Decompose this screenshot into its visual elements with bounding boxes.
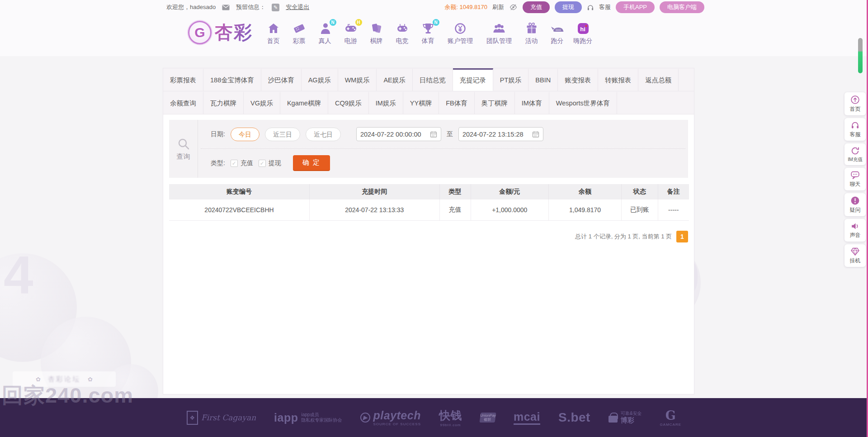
logo-mcai: mcai [514, 410, 540, 425]
nav-team[interactable]: 团队管理 [480, 21, 519, 45]
logo-sub: 银联 [484, 418, 491, 422]
brand-logo[interactable]: G 杏彩 [188, 20, 253, 45]
topbar-actions: 余额: 1049.8170 刷新 充值 提现 客服 手机APP 电脑客户端 [444, 0, 704, 14]
tab-daily-summary[interactable]: 日结总览 [413, 68, 453, 91]
esports-gamepad-icon [396, 21, 409, 35]
mobile-app-button[interactable]: 手机APP [616, 1, 655, 13]
tab-wm[interactable]: WM娱乐 [338, 68, 377, 91]
scrollbar-thumb[interactable] [858, 38, 863, 73]
headset-icon [587, 4, 594, 11]
tab-188-sport[interactable]: 188金宝博体育 [203, 68, 261, 91]
nav-hi-paofen[interactable]: hi 嗨跑分 [570, 21, 596, 45]
nav-paofen[interactable]: 跑分 [544, 21, 570, 45]
checkbox-icon: ✓ [259, 160, 266, 167]
nav-label: 团队管理 [486, 37, 512, 45]
tab-wali-chess[interactable]: 瓦力棋牌 [203, 91, 244, 114]
team-icon [492, 21, 506, 35]
service-link[interactable]: 客服 [599, 3, 611, 11]
new-badge: N [330, 19, 336, 26]
range-7days-button[interactable]: 近七日 [306, 128, 341, 141]
deposit-button[interactable]: 充值 [523, 1, 550, 13]
tab-ae[interactable]: AE娱乐 [377, 68, 412, 91]
to-label: 至 [447, 130, 453, 138]
nav-label: 首页 [267, 37, 280, 45]
logout-link[interactable]: 安全退出 [286, 3, 309, 11]
tab-fb-sport[interactable]: FB体育 [439, 91, 475, 114]
nav-label: 电竞 [396, 37, 409, 45]
date-label: 日期: [211, 130, 225, 138]
nav-live[interactable]: N 真人 [312, 21, 338, 45]
search-icon [177, 137, 190, 151]
tab-wesports[interactable]: Wesports世界体育 [549, 91, 617, 114]
nav-lottery[interactable]: 彩票 [286, 21, 312, 45]
tab-im-games[interactable]: IM娱乐 [369, 91, 403, 114]
nav-label: 账户管理 [448, 37, 473, 45]
tab-vg[interactable]: VG娱乐 [244, 91, 280, 114]
tab-lottery-report[interactable]: 彩票报表 [163, 68, 203, 91]
date-to-input[interactable]: 2024-07-22 13:15:28 [458, 127, 543, 141]
tab-shaba-sport[interactable]: 沙巴体育 [261, 68, 302, 91]
tab-bbin[interactable]: BBIN [528, 68, 558, 91]
range-today-button[interactable]: 今日 [231, 128, 259, 141]
col-time: 充提时间 [310, 184, 440, 200]
nav-sports[interactable]: N 体育 [415, 21, 441, 45]
eye-slash-icon[interactable] [509, 4, 518, 11]
col-account-change-id: 账变编号 [169, 184, 310, 200]
float-chat[interactable]: 聊天 [844, 168, 866, 190]
nav-egames[interactable]: H 电游 [338, 21, 363, 45]
tab-pt[interactable]: PT娱乐 [493, 68, 529, 91]
float-home[interactable]: 首页 [844, 92, 866, 115]
nav-home[interactable]: 首页 [260, 21, 286, 45]
tabs-filler [617, 91, 694, 114]
float-question[interactable]: 疑问 [844, 193, 866, 216]
float-service[interactable]: 客服 [844, 118, 866, 141]
logo-sbet: S.bet [558, 410, 590, 425]
nav-label: 彩票 [293, 37, 306, 45]
tab-yy-chess[interactable]: YY棋牌 [403, 91, 439, 114]
live-person-icon: N [318, 21, 332, 35]
decor-digit: 4 [4, 244, 33, 306]
nav-promos[interactable]: 活动 [519, 21, 544, 45]
withdraw-button[interactable]: 提现 [555, 1, 582, 13]
tab-balance-query[interactable]: 余额查询 [163, 91, 203, 114]
float-sound[interactable]: 声音 [844, 219, 866, 242]
logo-text: iapp [274, 411, 298, 424]
type-withdraw-checkbox[interactable]: ✓提现 [259, 159, 281, 167]
refresh-button[interactable]: 刷新 [492, 3, 504, 11]
float-hangup[interactable]: 挂机 [844, 244, 866, 267]
tab-kgame[interactable]: Kgame棋牌 [280, 91, 328, 114]
tab-cq9[interactable]: CQ9娱乐 [328, 91, 369, 114]
tab-aoding-chess[interactable]: 奥丁棋牌 [475, 91, 515, 114]
tab-ag[interactable]: AG娱乐 [302, 68, 338, 91]
type-row: 类型: ✓充值 ✓提现 确 定 [198, 149, 688, 177]
range-3days-button[interactable]: 近三日 [265, 128, 300, 141]
float-bar: 首页 客服 IM充值 聊天 疑问 声音 挂机 [844, 92, 866, 267]
tab-deposit-withdraw-records[interactable]: 充提记录 [453, 68, 493, 91]
float-label: 声音 [850, 232, 861, 239]
date-from-input[interactable]: 2024-07-22 00:00:00 [356, 127, 441, 141]
logo-iapp: iapp iapp成员隐私权专家国际协会 [274, 411, 342, 424]
nav-account[interactable]: 账户管理 [441, 21, 480, 45]
pc-client-button[interactable]: 电脑客户端 [660, 1, 704, 13]
edit-icon[interactable]: ✎ [272, 4, 279, 11]
tab-account-change-report[interactable]: 账变报表 [558, 68, 598, 91]
float-im-recharge[interactable]: IM充值 [844, 143, 866, 165]
nav-chess[interactable]: 棋牌 [363, 21, 389, 45]
speaker-icon [850, 222, 860, 231]
logo-sub: 99bill.com [440, 423, 461, 427]
page-1-button[interactable]: 1 [676, 231, 688, 242]
nav-label: 棋牌 [370, 37, 383, 45]
tab-transfer-report[interactable]: 转账报表 [598, 68, 638, 91]
chat-bubble-icon [850, 171, 860, 180]
mail-icon[interactable] [222, 5, 230, 10]
balance-value: 1049.8170 [460, 4, 487, 10]
tab-rebate-total[interactable]: 返点总额 [638, 68, 679, 91]
tabs-row-2: 余额查询 瓦力棋牌 VG娱乐 Kgame棋牌 CQ9娱乐 IM娱乐 YY棋牌 F… [163, 91, 694, 114]
nav-label: 体育 [422, 37, 434, 45]
nav-esports[interactable]: 电竞 [389, 21, 415, 45]
welcome-text: 欢迎您，hadesado [166, 3, 216, 11]
tab-im-sport[interactable]: IM体育 [515, 91, 549, 114]
svg-text:hi: hi [580, 26, 585, 33]
confirm-button[interactable]: 确 定 [293, 155, 330, 171]
type-recharge-checkbox[interactable]: ✓充值 [231, 159, 253, 167]
